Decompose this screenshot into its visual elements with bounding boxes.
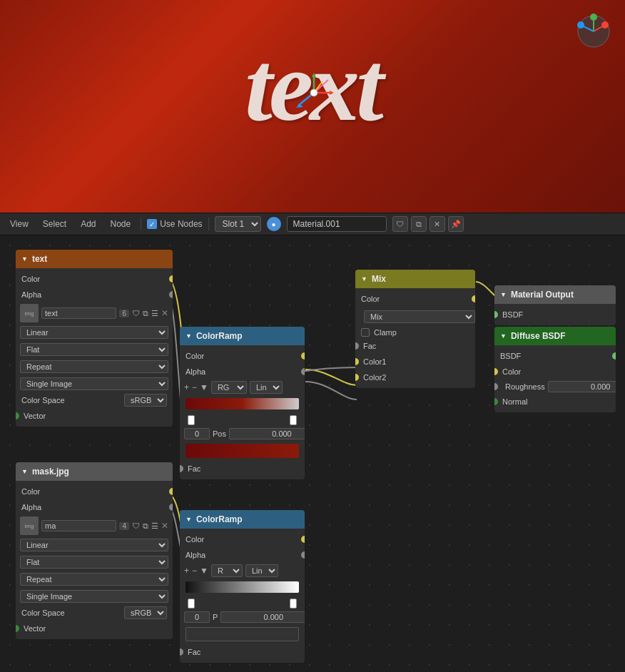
cr1-color-row: Color — [180, 348, 305, 364]
cr1-index-field[interactable] — [184, 428, 210, 439]
cr1-add-btn[interactable]: + — [184, 382, 189, 392]
node-diffuse-title: Diffuse BSDF — [511, 331, 566, 341]
mask-extension-select[interactable]: Flat — [20, 556, 168, 569]
text-x-btn[interactable]: ✕ — [161, 308, 168, 318]
diffuse-normal-socket-in[interactable] — [494, 398, 498, 405]
use-nodes-toggle[interactable]: ✓ Use Nodes — [147, 219, 202, 229]
text-img-thumb: img — [20, 304, 39, 322]
cr2-fac-socket-in[interactable] — [180, 648, 183, 656]
mask-img-name: ma — [41, 520, 116, 531]
cr2-handle-left[interactable] — [188, 599, 195, 609]
material-name-field[interactable] — [287, 216, 387, 232]
node-matoutput: ▼ Material Output BSDF — [494, 285, 616, 325]
cr2-menu-btn[interactable]: ▼ — [200, 566, 208, 576]
cr2-color-socket-out[interactable] — [301, 536, 305, 543]
cr2-r-select[interactable]: R — [211, 564, 243, 577]
node-diffuse-header[interactable]: ▼ Diffuse BSDF — [494, 327, 616, 345]
cr1-handle-right[interactable] — [290, 415, 297, 425]
text-vector-socket-in[interactable] — [16, 412, 19, 419]
node-menu[interactable]: Node — [106, 218, 136, 230]
mask-colorspace-label: Color Space — [21, 609, 124, 617]
slot-dropdown[interactable]: Slot 1 — [215, 216, 261, 232]
cr1-menu-btn[interactable]: ▼ — [200, 382, 208, 392]
cr1-fac-socket-in[interactable] — [180, 465, 183, 472]
diffuse-color-socket-in[interactable] — [494, 368, 498, 375]
mask-color-label: Color — [21, 487, 169, 496]
use-nodes-checkbox[interactable]: ✓ — [147, 219, 157, 229]
node-mask-header[interactable]: ▼ mask.jpg — [16, 462, 173, 481]
text-alpha-label: Alpha — [21, 290, 169, 299]
collapse-triangle: ▼ — [186, 332, 192, 340]
add-menu[interactable]: Add — [76, 218, 100, 230]
text-image-row: img text 6 🛡 ⧉ ☰ ✕ — [16, 302, 173, 324]
svg-point-15 — [577, 21, 584, 29]
duplicate-icon[interactable]: ⧉ — [411, 216, 427, 232]
node-matoutput-header[interactable]: ▼ Material Output — [494, 285, 616, 304]
text-interp-select[interactable]: Linear — [20, 326, 168, 339]
mask-shield-icon: 🛡 — [132, 521, 140, 530]
cr1-fac-row: Fac — [180, 461, 305, 477]
mix-color-label: Color — [361, 295, 472, 303]
mix-color-socket-out[interactable] — [472, 295, 475, 302]
diffuse-roughness-socket-in[interactable] — [494, 383, 498, 390]
cr1-alpha-socket-out[interactable] — [301, 368, 305, 375]
diffuse-normal-row: Normal — [494, 394, 616, 409]
text-projection-select[interactable]: Single Image — [20, 377, 168, 390]
mask-alpha-socket-out[interactable] — [169, 504, 173, 511]
select-menu[interactable]: Select — [39, 218, 71, 230]
mask-vector-socket-in[interactable] — [16, 625, 19, 632]
cr2-lin-select[interactable]: Lin — [245, 564, 278, 577]
text-colorspace-select[interactable]: sRGB — [124, 394, 167, 407]
cr2-handle-right[interactable] — [290, 599, 297, 609]
mask-color-socket-out[interactable] — [169, 488, 173, 495]
matout-bsdf-row: BSDF — [494, 307, 616, 322]
diffuse-roughness-field[interactable] — [548, 381, 616, 392]
view-menu[interactable]: View — [6, 218, 33, 230]
mix-clamp-checkbox[interactable] — [361, 328, 370, 337]
cr2-fac-row: Fac — [180, 644, 305, 660]
mask-projection-row: Single Image — [16, 588, 173, 605]
text-color-socket-out[interactable] — [169, 275, 173, 282]
shield-icon[interactable]: 🛡 — [392, 216, 408, 232]
cr2-pos-field[interactable] — [220, 611, 305, 623]
cr2-bar-container — [186, 581, 299, 607]
cr1-remove-btn[interactable]: − — [192, 382, 197, 392]
cr1-lin-select[interactable]: Lin — [250, 381, 283, 394]
mask-repeat-select[interactable]: Repeat — [20, 573, 168, 586]
node-diffuse: ▼ Diffuse BSDF BSDF Color Roughness Norm… — [494, 327, 616, 412]
mix-color2-socket-in[interactable] — [355, 374, 359, 381]
mix-clamp-row: Clamp — [355, 327, 475, 338]
mix-fac-socket-in[interactable] — [355, 342, 359, 350]
node-text-header[interactable]: ▼ text — [16, 250, 173, 268]
node-mask-body: Color Alpha img ma 4 🛡 ⧉ ☰ ✕ Linear — [16, 481, 173, 639]
cr1-handle-left[interactable] — [188, 415, 195, 425]
viewport-canvas: TexT — [0, 0, 625, 213]
cr2-index-field[interactable] — [184, 611, 210, 623]
cr2-add-btn[interactable]: + — [184, 566, 189, 576]
mask-projection-select[interactable]: Single Image — [20, 590, 168, 603]
node-colorramp2-header[interactable]: ▼ ColorRamp — [180, 510, 305, 529]
mix-type-select[interactable]: Mix — [364, 310, 475, 323]
close-icon[interactable]: ✕ — [430, 216, 445, 232]
cr1-pos-field[interactable] — [229, 428, 305, 439]
diffuse-normal-label: Normal — [502, 397, 610, 406]
diffuse-roughness-row: Roughness — [494, 380, 616, 394]
mix-color-row: Color — [355, 291, 475, 307]
mix-color1-socket-in[interactable] — [355, 358, 359, 365]
cr2-alpha-socket-out[interactable] — [301, 551, 305, 559]
cr2-remove-btn[interactable]: − — [192, 566, 197, 576]
mask-colorspace-select[interactable]: sRGB — [124, 606, 167, 619]
text-alpha-socket-out[interactable] — [169, 291, 173, 298]
text-repeat-select[interactable]: Repeat — [20, 360, 168, 373]
node-mix-header[interactable]: ▼ Mix — [355, 270, 475, 288]
text-extension-select[interactable]: Flat — [20, 343, 168, 356]
diffuse-bsdf-socket-out[interactable] — [612, 352, 616, 360]
node-colorramp1-header[interactable]: ▼ ColorRamp — [180, 327, 305, 345]
cr1-color-socket-out[interactable] — [301, 352, 305, 360]
svg-point-11 — [601, 21, 609, 29]
matout-bsdf-socket-in[interactable] — [494, 311, 498, 318]
pin-icon[interactable]: 📌 — [448, 216, 464, 232]
mask-interp-select[interactable]: Linear — [20, 539, 168, 551]
cr1-rg-select[interactable]: RG — [211, 381, 247, 394]
mask-x-btn[interactable]: ✕ — [161, 521, 168, 531]
